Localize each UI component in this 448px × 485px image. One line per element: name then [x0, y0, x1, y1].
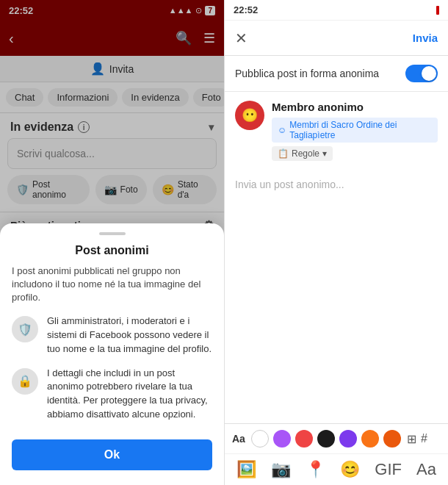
anon-tags: ☺ Membri di Sacro Ordine dei Tagliapìetr…	[272, 118, 438, 161]
member-tag[interactable]: ☺ Membri di Sacro Ordine dei Tagliapìetr…	[272, 118, 438, 143]
toggle-row: Pubblica post in forma anonima	[225, 56, 448, 92]
post-input-area[interactable]: Invia un post anonimo...	[225, 170, 448, 423]
anon-avatar: 😶	[235, 101, 264, 130]
grid-icon[interactable]: ⊞	[407, 432, 416, 446]
color-purple[interactable]	[273, 430, 291, 448]
right-status-bar: 22:52	[225, 0, 448, 21]
right-panel: 22:52 ✕ Invia Pubblica post in forma ano…	[224, 0, 448, 485]
color-red[interactable]	[295, 430, 313, 448]
toggle-label: Pubblica post in forma anonima	[235, 68, 379, 79]
tag-icon: ☺	[278, 125, 286, 135]
font-icon[interactable]: Aa	[416, 460, 436, 479]
right-header: ✕ Invia	[225, 21, 448, 56]
sheet-handle	[99, 232, 126, 235]
media-toolbar: 🖼️ 📷 📍 😊 GIF Aa	[225, 454, 448, 485]
rules-icon: 📋	[278, 148, 289, 159]
rules-label: Regole	[292, 148, 319, 159]
right-status-time: 22:52	[234, 4, 258, 15]
color-dark-purple[interactable]	[339, 430, 357, 448]
color-toolbar: Aa ⊞ #	[225, 424, 448, 454]
right-battery	[436, 6, 439, 15]
rules-tag[interactable]: 📋 Regole ▾	[272, 146, 333, 161]
sheet-desc: I post anonimi pubblicati nel gruppo non…	[12, 265, 212, 305]
emoji-icon[interactable]: 😊	[340, 460, 360, 479]
admin-icon: 🛡️	[12, 316, 38, 342]
right-bottom: Aa ⊞ # 🖼️ 📷 📍 😊 GIF Aa	[225, 423, 448, 485]
color-white[interactable]	[251, 430, 269, 448]
rules-chevron: ▾	[322, 148, 327, 159]
ok-button[interactable]: Ok	[12, 439, 212, 470]
hash-icon[interactable]: #	[421, 432, 427, 445]
sheet-item-2-text: I dettagli che includi in un post anonim…	[47, 367, 212, 422]
sheet-item-1-text: Gli amministratori, i moderatori e i sis…	[47, 315, 212, 356]
close-button[interactable]: ✕	[235, 29, 248, 47]
bottom-sheet: Post anonimi I post anonimi pubblicati n…	[0, 223, 224, 485]
gif-icon[interactable]: GIF	[375, 460, 402, 479]
send-button[interactable]: Invia	[413, 32, 438, 44]
post-placeholder: Invia un post anonimo...	[235, 179, 344, 190]
tag-label: Membri di Sacro Ordine dei Tagliapìetre	[289, 120, 432, 140]
color-dark-orange[interactable]	[383, 430, 401, 448]
anon-toggle[interactable]	[405, 65, 438, 82]
anon-member: 😶 Membro anonimo ☺ Membri di Sacro Ordin…	[225, 92, 448, 170]
font-aa-label[interactable]: Aa	[232, 433, 245, 445]
privacy-icon: 🔒	[12, 368, 38, 395]
anon-info: Membro anonimo ☺ Membri di Sacro Ordine …	[272, 101, 438, 161]
anon-name: Membro anonimo	[272, 101, 438, 113]
sheet-item-1: 🛡️ Gli amministratori, i moderatori e i …	[12, 315, 212, 356]
sheet-item-2: 🔒 I dettagli che includi in un post anon…	[12, 367, 212, 422]
sheet-title: Post anonimi	[12, 244, 212, 257]
location-icon[interactable]: 📍	[306, 460, 325, 479]
gallery-icon[interactable]: 🖼️	[236, 460, 256, 479]
left-panel: 22:52 ▲▲▲ ⊙ 7 ‹ 🔍 ☰ 👤 Invita Chat Inform…	[0, 0, 224, 485]
camera-icon[interactable]: 📷	[271, 460, 291, 479]
color-black[interactable]	[317, 430, 335, 448]
toggle-knob	[422, 66, 436, 81]
color-orange[interactable]	[361, 430, 379, 448]
